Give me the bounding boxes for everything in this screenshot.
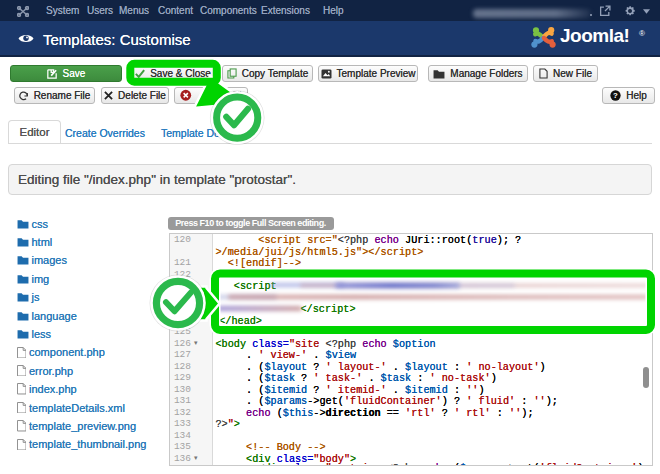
svg-text:?: ?	[613, 91, 618, 100]
